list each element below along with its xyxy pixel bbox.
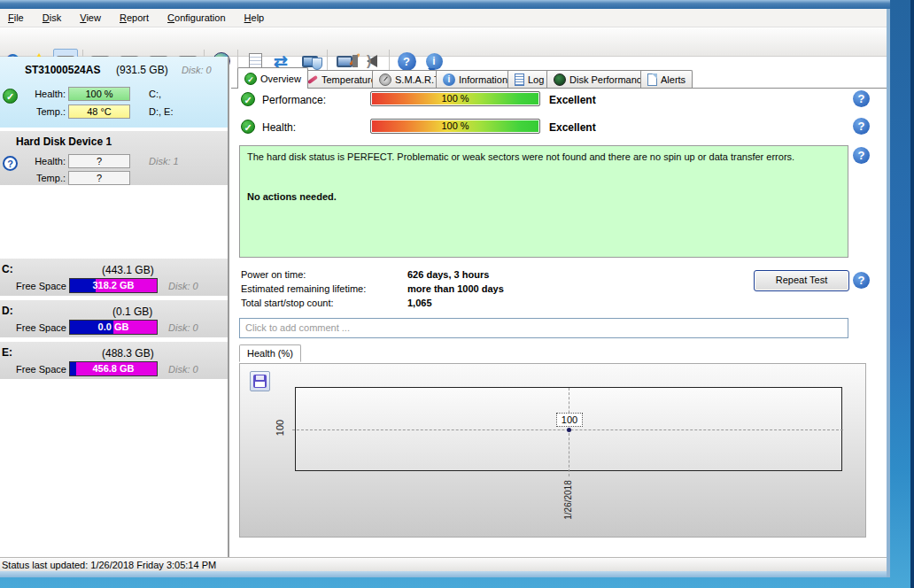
data-point-label: 100: [556, 413, 583, 427]
volume-item-c[interactable]: C: (443.1 GB) Free Space 318.2 GB Disk: …: [0, 259, 228, 298]
free-space-label: Free Space: [16, 364, 66, 375]
window-bottom-border: [0, 571, 887, 577]
menu-disk[interactable]: Disk: [35, 9, 69, 26]
info-glyph: i: [426, 53, 443, 70]
temp-value-bar: 48 °C: [68, 104, 130, 119]
remaining-lifetime-label: Estimated remaining lifetime:: [241, 283, 366, 294]
health-label: Health:: [262, 121, 296, 134]
log-document-icon: [515, 74, 524, 86]
menu-bar: File Disk View Report Configuration Help: [0, 9, 887, 27]
save-chart-button[interactable]: [250, 371, 270, 391]
start-stop-count-value: 1,065: [407, 298, 432, 308]
comment-input[interactable]: Click to add comment ...: [239, 318, 848, 338]
desktop: File Disk View Report Configuration Help…: [0, 0, 914, 588]
gridline-vertical: [569, 388, 569, 476]
health-label: Health:: [12, 156, 66, 166]
disk-number: Disk: 0: [182, 65, 212, 75]
gauge-icon: [379, 74, 391, 86]
health-bar: 100 %: [370, 119, 540, 134]
volume-size: (488.3 GB): [102, 347, 154, 360]
status-action: No actions needed.: [247, 190, 840, 204]
y-axis-tick-label: 100: [275, 414, 285, 441]
free-space-label: Free Space: [16, 322, 66, 333]
disk-number: Disk: 1: [149, 156, 179, 166]
tab-information[interactable]: i Information: [436, 70, 515, 88]
free-space-label: Free Space: [16, 281, 66, 291]
health-ok-icon: ✓: [241, 120, 255, 134]
disk-list-sidebar: ST31000524AS (931.5 GB) Disk: 0 ✓ Health…: [0, 57, 229, 557]
temp-label: Temp.:: [12, 173, 66, 183]
disk-item-device1[interactable]: Hard Disk Device 1 ? Health: ? Disk: 1 T…: [0, 131, 228, 187]
status-text: The hard disk status is PERFECT. Problem…: [247, 151, 840, 164]
volume-letter: C:: [2, 263, 13, 275]
volumes-line2: D:, E:: [149, 106, 174, 117]
free-space-bar: 318.2 GB: [69, 278, 158, 293]
menu-view[interactable]: View: [72, 9, 109, 26]
free-space-value: 456.8 GB: [70, 362, 157, 375]
disk-number: Disk: 0: [168, 281, 198, 291]
help-icon[interactable]: ?: [853, 272, 870, 289]
app-window: File Disk View Report Configuration Help…: [0, 9, 890, 577]
tab-temperature[interactable]: Temperature: [298, 70, 383, 88]
disk-name: Hard Disk Device 1: [16, 135, 112, 148]
tab-log[interactable]: Log: [507, 70, 551, 88]
volumes-line1: C:,: [149, 89, 161, 99]
free-space-bar: 456.8 GB: [69, 361, 158, 376]
help-icon[interactable]: ?: [853, 90, 870, 107]
health-value-bar: 100 %: [68, 87, 130, 101]
remaining-lifetime-value: more than 1000 days: [407, 283, 504, 294]
disk-number: Disk: 0: [168, 322, 198, 333]
temp-value-bar: ?: [68, 171, 130, 185]
performance-rating: Excellent: [549, 94, 596, 106]
menu-report[interactable]: Report: [112, 9, 157, 26]
disk-number: Disk: 0: [168, 364, 198, 375]
power-on-time-value: 626 days, 3 hours: [407, 269, 489, 280]
status-message-box: The hard disk status is PERFECT. Problem…: [239, 145, 848, 258]
tab-strip-line: [231, 88, 887, 89]
performance-ok-icon: ✓: [241, 92, 255, 106]
alerts-page-icon: [647, 74, 657, 86]
toolbar: ⟳ ✓ ⇄ ? i: [0, 27, 887, 57]
speaker-glyph: [367, 55, 377, 67]
performance-label: Performance:: [262, 94, 326, 106]
question-glyph: ?: [398, 52, 416, 71]
chart-plot-area: 100: [295, 387, 842, 471]
help-icon[interactable]: ?: [853, 118, 870, 135]
tab-label: Disk Performance: [569, 74, 647, 85]
monitor-pen-glyph: [337, 56, 352, 67]
tab-label: Log: [528, 74, 544, 85]
tab-label: Information: [459, 74, 507, 85]
disk-item-st31000524as[interactable]: ST31000524AS (931.5 GB) Disk: 0 ✓ Health…: [0, 57, 228, 129]
power-on-time-label: Power on time:: [241, 269, 306, 280]
network-glyph: [302, 56, 318, 67]
volume-item-d[interactable]: D: (0.1 GB) Free Space 0.0 GB Disk: 0: [0, 300, 228, 339]
tab-alerts[interactable]: Alerts: [640, 70, 693, 88]
volume-item-e[interactable]: E: (488.3 GB) Free Space 456.8 GB Disk: …: [0, 342, 228, 381]
free-space-bar: 0.0 GB: [69, 320, 158, 335]
status-bar: Status last updated: 1/26/2018 Friday 3:…: [0, 557, 887, 571]
performance-gauge-icon: [554, 74, 566, 86]
help-icon[interactable]: ?: [853, 147, 870, 164]
data-point: [567, 428, 571, 432]
chart-panel: 100 100 1/26/2018: [239, 363, 866, 538]
info-circle-icon: i: [443, 74, 455, 86]
tab-disk-performance[interactable]: Disk Performance: [546, 70, 654, 88]
menu-help[interactable]: Help: [236, 9, 273, 26]
floppy-disk-icon: [253, 375, 267, 388]
disk-name: ST31000524AS: [25, 64, 100, 76]
menu-file[interactable]: File: [0, 9, 32, 26]
disk-size: (931.5 GB): [116, 64, 168, 76]
menu-configuration[interactable]: Configuration: [159, 9, 233, 26]
free-space-value: 0.0 GB: [70, 321, 157, 334]
tab-label: Temperature: [321, 74, 376, 85]
chart-tab-health[interactable]: Health (%): [239, 344, 301, 362]
x-axis-date-label: 1/26/2018: [563, 474, 573, 527]
volume-letter: D:: [2, 305, 13, 317]
window-titlebar[interactable]: [0, 0, 890, 9]
tab-overview[interactable]: ✓ Overview: [237, 67, 308, 89]
temp-label: Temp.:: [12, 106, 66, 117]
tab-label: Alerts: [661, 74, 686, 85]
repeat-test-button[interactable]: Repeat Test: [754, 270, 849, 291]
tab-label: S.M.A.R.T.: [395, 74, 442, 85]
free-space-value: 318.2 GB: [70, 279, 157, 292]
